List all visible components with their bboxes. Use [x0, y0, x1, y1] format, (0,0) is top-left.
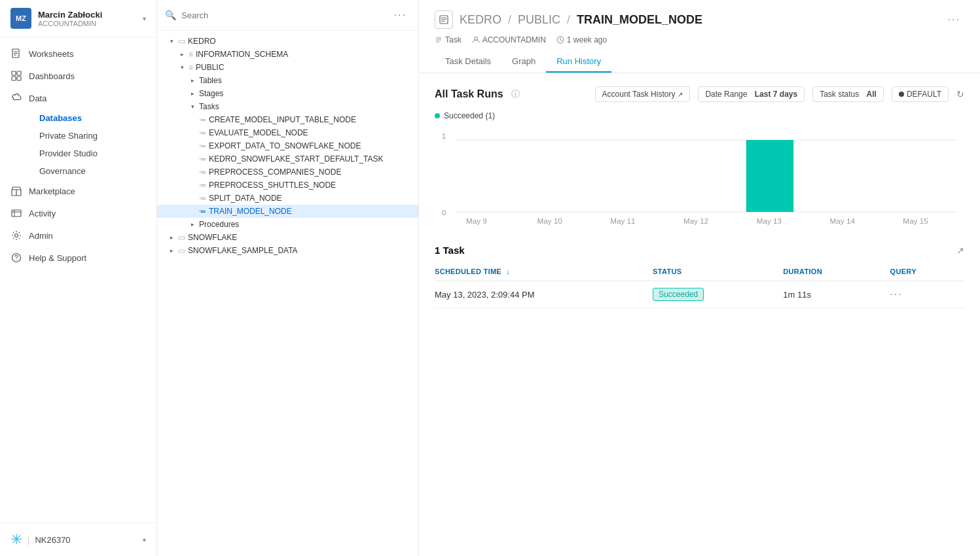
stages-label: Stages [199, 89, 223, 98]
task-icon-7: ≔ [199, 194, 206, 203]
task-status-button[interactable]: Task status All [812, 86, 884, 102]
tasks-external-link-icon[interactable]: ↗ [956, 245, 964, 256]
sidebar-item-marketplace[interactable]: Marketplace [0, 180, 156, 202]
sidebar-item-private-sharing[interactable]: Private Sharing [29, 127, 156, 145]
public-caret[interactable]: ▾ [178, 64, 186, 71]
col-scheduled-time[interactable]: SCHEDULED TIME ↓ [435, 262, 645, 281]
sidebar-item-provider-studio[interactable]: Provider Studio [29, 145, 156, 162]
sidebar-item-governance[interactable]: Governance [29, 162, 156, 180]
chart-legend: Succeeded (1) [435, 111, 964, 120]
tree-task-evaluate[interactable]: ≔ EVALUATE_MODEL_NODE [157, 126, 418, 139]
sidebar-item-worksheets[interactable]: Worksheets [0, 43, 156, 65]
all-task-runs-title: All Task Runs [435, 88, 503, 100]
sidebar-nav: Worksheets Dashboards Data Databases Pri… [0, 37, 156, 523]
tab-graph[interactable]: Graph [501, 51, 546, 73]
info-schema-caret[interactable]: ▸ [178, 51, 186, 58]
tasks-section: 1 Task ↗ SCHEDULED TIME ↓ STATUS DURATIO… [435, 245, 964, 308]
tab-run-history[interactable]: Run History [546, 51, 611, 73]
procedures-caret[interactable]: ▸ [189, 221, 196, 228]
tree-snowflake[interactable]: ▸ ▭ SNOWFLAKE [157, 231, 418, 244]
tree-content: ▾ ▭ KEDRO ▸ ≡ INFORMATION_SCHEMA ▾ ≡ PUB… [157, 31, 418, 556]
sidebar-item-help-label: Help & Support [29, 253, 86, 263]
sidebar-item-databases[interactable]: Databases [29, 109, 156, 127]
page-title-row: KEDRO / PUBLIC / TRAIN_MODEL_NODE ··· [435, 10, 964, 29]
sidebar-item-dashboards[interactable]: Dashboards [0, 65, 156, 87]
sidebar-item-help-support[interactable]: Help & Support [0, 247, 156, 269]
x-label-may11: May 11 [610, 217, 635, 225]
date-range-value: Last 7 days [755, 90, 797, 99]
account-history-label: Account Task History [602, 90, 676, 99]
avatar: MZ [10, 8, 31, 29]
x-label-may10: May 10 [537, 217, 562, 225]
sidebar-item-admin[interactable]: Admin [0, 224, 156, 247]
tree-task-create-model[interactable]: ≔ CREATE_MODEL_INPUT_TABLE_NODE [157, 113, 418, 126]
task-icon-6: ≔ [199, 181, 206, 190]
cell-scheduled-time: May 13, 2023, 2:09:44 PM [435, 281, 645, 308]
tree-task-export[interactable]: ≔ EXPORT_DATA_TO_SNOWFLAKE_NODE [157, 139, 418, 152]
kedro-db-icon: ▭ [178, 37, 185, 46]
activity-icon [10, 207, 22, 219]
tab-task-details[interactable]: Task Details [435, 51, 501, 73]
user-menu-chevron[interactable]: ▾ [143, 15, 146, 22]
tree-task-kedro-start[interactable]: ≔ KEDRO_SNOWFLAKE_START_DEFAULT_TASK [157, 152, 418, 165]
sidebar-item-data-label: Data [29, 94, 46, 103]
sidebar-item-dashboards-label: Dashboards [29, 71, 75, 81]
snowflake-sample-caret[interactable]: ▸ [168, 247, 175, 254]
x-label-may15: May 15 [903, 217, 928, 225]
tree-task-preprocess-shuttles[interactable]: ≔ PREPROCESS_SHUTTLES_NODE [157, 179, 418, 192]
refresh-icon[interactable]: ↻ [956, 89, 964, 99]
date-range-label: Date Range [705, 90, 747, 99]
warehouse-label: DEFAULT [907, 90, 941, 99]
sidebar-item-marketplace-label: Marketplace [29, 186, 75, 196]
tree-procedures[interactable]: ▸ Procedures [157, 218, 418, 231]
task-preprocess-shuttles-label: PREPROCESS_SHUTTLES_NODE [209, 181, 336, 190]
tree-snowflake-sample[interactable]: ▸ ▭ SNOWFLAKE_SAMPLE_DATA [157, 244, 418, 257]
kedro-caret[interactable]: ▾ [168, 38, 175, 44]
store-icon [10, 185, 22, 197]
file-tree-more-button[interactable]: ··· [390, 7, 410, 24]
tree-kedro[interactable]: ▾ ▭ KEDRO [157, 35, 418, 48]
col-query: QUERY [882, 262, 964, 281]
main-more-button[interactable]: ··· [944, 11, 964, 28]
x-label-may9: May 9 [466, 217, 487, 225]
task-train-model-label: TRAIN_MODEL_NODE [209, 207, 292, 216]
task-icon-4: ≔ [199, 155, 206, 164]
table-body: May 13, 2023, 2:09:44 PM Succeeded 1m 11… [435, 281, 964, 308]
schema-icon: ≡ [189, 50, 193, 59]
tree-task-split-data[interactable]: ≔ SPLIT_DATA_NODE [157, 192, 418, 205]
tasks-caret[interactable]: ▾ [189, 103, 196, 110]
user-info: Marcin Zabłocki ACCOUNTADMIN [38, 10, 136, 27]
sidebar-header: MZ Marcin Zabłocki ACCOUNTADMIN ▾ [0, 0, 156, 37]
task-preprocess-companies-label: PREPROCESS_COMPANIES_NODE [209, 167, 342, 177]
account-history-button[interactable]: Account Task History ↗ [595, 86, 691, 102]
tables-caret[interactable]: ▸ [189, 77, 196, 84]
snowflake-caret[interactable]: ▸ [168, 234, 175, 241]
tree-task-train-model[interactable]: ≔ TRAIN_MODEL_NODE [157, 205, 418, 218]
warehouse-button[interactable]: DEFAULT [892, 86, 949, 102]
task-kedro-start-label: KEDRO_SNOWFLAKE_START_DEFAULT_TASK [209, 154, 384, 164]
sidebar-item-activity[interactable]: Activity [0, 202, 156, 224]
page-header: KEDRO / PUBLIC / TRAIN_MODEL_NODE ··· Ta… [419, 0, 980, 73]
tree-tasks-folder[interactable]: ▾ Tasks [157, 100, 418, 113]
search-input[interactable] [181, 10, 385, 20]
grid-icon [10, 70, 22, 82]
svg-rect-4 [12, 71, 16, 75]
tree-public[interactable]: ▾ ≡ PUBLIC [157, 61, 418, 74]
y-axis-min: 0 [442, 209, 446, 217]
tasks-count-title: 1 Task [435, 245, 465, 256]
task-create-model-label: CREATE_MODEL_INPUT_TABLE_NODE [209, 115, 356, 124]
stages-caret[interactable]: ▸ [189, 90, 196, 97]
date-range-button[interactable]: Date Range Last 7 days [698, 86, 805, 102]
main-content: KEDRO / PUBLIC / TRAIN_MODEL_NODE ··· Ta… [419, 0, 980, 556]
sidebar-item-data[interactable]: Data [0, 87, 156, 109]
tree-information-schema[interactable]: ▸ ≡ INFORMATION_SCHEMA [157, 48, 418, 61]
org-chevron[interactable]: ▾ [143, 536, 146, 544]
info-icon[interactable]: ⓘ [511, 88, 520, 100]
breadcrumb-sep-1: / [508, 13, 511, 27]
row-more-button[interactable]: ··· [890, 288, 903, 300]
tree-stages[interactable]: ▸ Stages [157, 87, 418, 100]
x-label-may14: May 14 [830, 217, 855, 225]
svg-line-26 [560, 40, 562, 41]
tree-task-preprocess-companies[interactable]: ≔ PREPROCESS_COMPANIES_NODE [157, 165, 418, 179]
tree-tables[interactable]: ▸ Tables [157, 74, 418, 87]
